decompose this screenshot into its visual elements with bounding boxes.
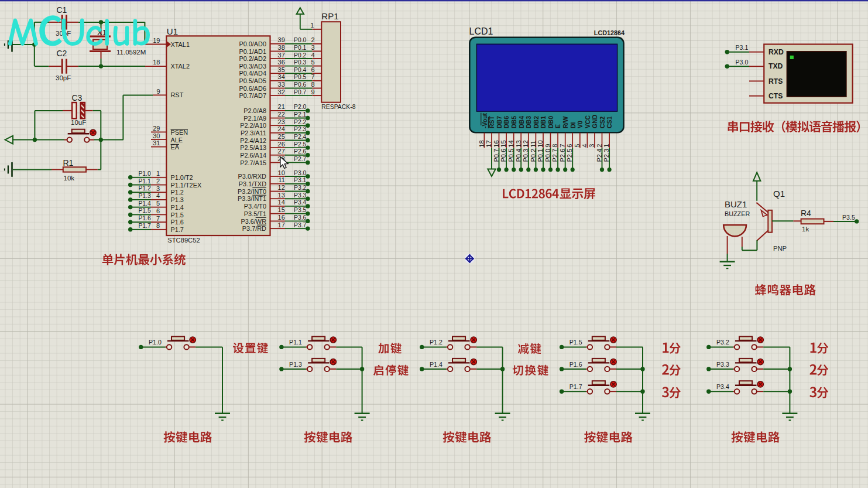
svg-text:34: 34 <box>278 73 285 80</box>
svg-text:21: 21 <box>278 103 285 110</box>
svg-text:P1.1: P1.1 <box>289 339 302 346</box>
svg-text:10uF: 10uF <box>71 119 86 126</box>
svg-text:P3.7: P3.7 <box>294 222 307 228</box>
svg-text:13: 13 <box>515 140 522 147</box>
svg-text:DB4: DB4 <box>518 116 525 128</box>
svg-text:2: 2 <box>156 178 160 185</box>
svg-text:P0.2: P0.2 <box>294 52 307 59</box>
svg-text:2: 2 <box>311 36 314 43</box>
svg-text:DB5: DB5 <box>510 116 517 128</box>
svg-text:3: 3 <box>588 144 595 148</box>
svg-text:24: 24 <box>278 125 285 132</box>
svg-text:15: 15 <box>278 206 285 213</box>
svg-text:16: 16 <box>278 214 285 221</box>
svg-text:P0.6/AD6: P0.6/AD6 <box>239 85 266 92</box>
svg-text:33: 33 <box>278 81 285 88</box>
svg-text:P0.5/AD5: P0.5/AD5 <box>239 77 266 84</box>
svg-text:P0.3/AD3: P0.3/AD3 <box>239 63 266 70</box>
svg-text:P1.6: P1.6 <box>138 215 151 221</box>
svg-text:P2.1: P2.1 <box>294 111 307 118</box>
svg-text:12: 12 <box>522 140 529 147</box>
svg-text:31: 31 <box>153 139 160 146</box>
svg-text:P0.2/AD2: P0.2/AD2 <box>239 55 266 62</box>
svg-text:P0.4/AD4: P0.4/AD4 <box>239 70 266 77</box>
svg-text:RST: RST <box>488 115 495 128</box>
svg-text:P2.6: P2.6 <box>559 149 566 162</box>
svg-text:17: 17 <box>485 140 492 147</box>
svg-text:10: 10 <box>537 140 544 147</box>
svg-text:P1.3: P1.3 <box>138 193 151 199</box>
svg-text:P3.2/INT0: P3.2/INT0 <box>238 188 266 195</box>
svg-text:15: 15 <box>500 140 507 147</box>
svg-text:R4: R4 <box>801 209 811 218</box>
svg-text:P3.2: P3.2 <box>716 339 729 346</box>
svg-text:3: 3 <box>311 44 314 51</box>
svg-text:P1.2: P1.2 <box>138 185 151 192</box>
svg-text:17: 17 <box>278 221 285 228</box>
svg-text:BUZZER: BUZZER <box>725 210 750 217</box>
svg-text:P3.0: P3.0 <box>736 59 749 66</box>
svg-text:P0.6: P0.6 <box>294 81 307 88</box>
svg-text:P2.7: P2.7 <box>551 149 558 162</box>
svg-text:18: 18 <box>153 59 160 66</box>
svg-text:P2.2: P2.2 <box>294 119 307 125</box>
svg-text:P1.2: P1.2 <box>171 189 184 196</box>
svg-text:5: 5 <box>156 200 160 207</box>
svg-text:P3.6/WR: P3.6/WR <box>241 218 266 225</box>
svg-text:P1.0: P1.0 <box>149 339 162 346</box>
svg-text:P1.5: P1.5 <box>569 339 582 346</box>
svg-text:11.0592M: 11.0592M <box>116 49 146 56</box>
svg-text:P3.1/TXD: P3.1/TXD <box>239 180 266 187</box>
svg-text:P3.4: P3.4 <box>716 383 729 390</box>
svg-text:P2.3: P2.3 <box>603 149 610 162</box>
svg-text:7: 7 <box>156 215 160 222</box>
svg-text:P1.7: P1.7 <box>138 223 151 229</box>
svg-text:P2.4/A12: P2.4/A12 <box>240 137 266 144</box>
svg-text:DB6: DB6 <box>503 116 510 128</box>
svg-text:6: 6 <box>156 207 160 214</box>
svg-text:3: 3 <box>156 185 160 192</box>
svg-text:19: 19 <box>153 37 160 44</box>
svg-text:P0.3: P0.3 <box>294 59 307 66</box>
svg-text:4: 4 <box>581 144 588 148</box>
svg-text:P1.1/T2EX: P1.1/T2EX <box>171 182 202 189</box>
svg-text:P3.4: P3.4 <box>294 199 307 206</box>
svg-text:P3.3/INT1: P3.3/INT1 <box>238 195 266 202</box>
svg-text:PNP: PNP <box>773 245 787 252</box>
svg-text:P1.6: P1.6 <box>569 361 582 368</box>
svg-text:P3.7/RD: P3.7/RD <box>242 225 266 232</box>
svg-text:P2.4: P2.4 <box>596 149 603 162</box>
svg-text:32: 32 <box>278 88 285 95</box>
svg-text:P0.2: P0.2 <box>530 149 537 162</box>
svg-text:P0.5: P0.5 <box>507 149 514 162</box>
svg-text:P0.7: P0.7 <box>294 89 307 95</box>
svg-text:35: 35 <box>278 66 285 73</box>
svg-text:C3: C3 <box>72 93 83 103</box>
svg-text:RST: RST <box>171 91 184 98</box>
svg-text:P2.3: P2.3 <box>294 126 307 132</box>
svg-text:6: 6 <box>311 66 314 73</box>
svg-text:4: 4 <box>311 52 314 59</box>
svg-text:P0.7/AD7: P0.7/AD7 <box>239 92 266 99</box>
svg-text:P0.1: P0.1 <box>294 45 307 51</box>
svg-text:DB1: DB1 <box>540 116 547 128</box>
svg-text:P1.0/T2: P1.0/T2 <box>171 174 193 181</box>
svg-text:P1.2: P1.2 <box>430 339 442 346</box>
svg-text:16: 16 <box>493 140 500 147</box>
svg-text:-Vout: -Vout <box>481 112 488 128</box>
svg-text:14: 14 <box>278 199 285 206</box>
svg-text:11: 11 <box>278 176 284 183</box>
svg-text:ALE: ALE <box>171 136 183 144</box>
svg-text:P2.6: P2.6 <box>294 148 307 155</box>
svg-text:P3.5/T1: P3.5/T1 <box>244 210 266 217</box>
svg-text:Q1: Q1 <box>773 189 785 199</box>
svg-text:1: 1 <box>603 144 610 148</box>
svg-text:P3.4/T0: P3.4/T0 <box>244 203 266 210</box>
svg-text:DB2: DB2 <box>533 116 540 128</box>
svg-text:P3.1: P3.1 <box>736 44 749 51</box>
svg-text:37: 37 <box>278 52 285 59</box>
svg-text:P0.0/AD0: P0.0/AD0 <box>239 40 266 47</box>
svg-text:P1.4: P1.4 <box>138 200 151 207</box>
svg-text:E: E <box>554 124 561 128</box>
svg-text:C1: C1 <box>57 5 67 15</box>
